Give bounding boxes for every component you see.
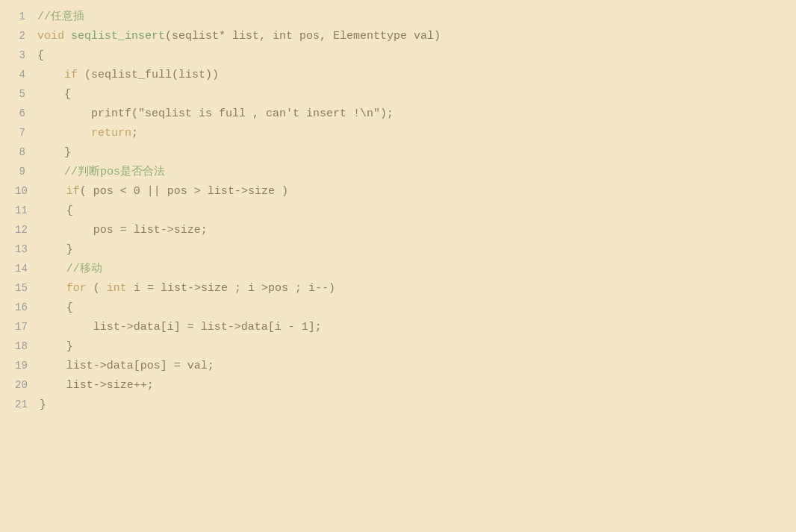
plain-token xyxy=(40,185,66,198)
plain-token: list->data[i] = list->data[i - 1]; xyxy=(40,321,322,334)
code-line: 3{ xyxy=(0,46,796,66)
line-content: //判断pos是否合法 xyxy=(37,163,796,182)
line-number: 7 xyxy=(0,124,37,142)
line-number: 11 xyxy=(0,201,40,219)
line-content: } xyxy=(40,337,796,357)
line-content: for ( int i = list->size ; i >pos ; i--) xyxy=(40,279,796,298)
code-line: 4 if (seqlist_full(list)) xyxy=(0,66,796,85)
code-line: 8 } xyxy=(0,143,796,163)
code-line: 1//任意插 xyxy=(0,7,796,27)
code-line: 17 list->data[i] = list->data[i - 1]; xyxy=(0,318,796,337)
code-line: 16 { xyxy=(0,298,796,318)
line-number: 8 xyxy=(0,143,37,161)
line-content: { xyxy=(40,298,796,318)
comment-token: //移动 xyxy=(66,263,102,275)
line-content: } xyxy=(40,240,796,260)
line-number: 13 xyxy=(0,240,40,258)
plain-token: (seqlist* list, int pos, Elementtype val… xyxy=(165,30,441,43)
code-line: 10 if( pos < 0 || pos > list->size ) xyxy=(0,182,796,201)
plain-token: ( xyxy=(87,282,107,295)
line-number: 21 xyxy=(0,395,40,413)
plain-token: } xyxy=(37,146,71,159)
line-number: 2 xyxy=(0,27,37,45)
code-line: 18 } xyxy=(0,337,796,357)
code-line: 15 for ( int i = list->size ; i >pos ; i… xyxy=(0,279,796,298)
plain-token: pos = list->size; xyxy=(40,224,208,237)
line-number: 16 xyxy=(0,298,40,316)
code-line: 21} xyxy=(0,395,796,415)
code-line: 14 //移动 xyxy=(0,260,796,279)
plain-token: } xyxy=(40,243,73,256)
line-number: 20 xyxy=(0,376,40,394)
line-content: if (seqlist_full(list)) xyxy=(37,66,796,85)
plain-token xyxy=(37,127,91,140)
keyword-token: return xyxy=(91,127,131,140)
code-line: 6 printf("seqlist is full , can't insert… xyxy=(0,104,796,124)
line-number: 17 xyxy=(0,318,40,336)
line-content: printf("seqlist is full , can't insert !… xyxy=(37,104,796,124)
line-number: 9 xyxy=(0,163,37,181)
code-line: 13 } xyxy=(0,240,796,260)
line-content: list->data[pos] = val; xyxy=(40,357,796,376)
plain-token xyxy=(37,166,64,178)
plain-token: { xyxy=(37,49,44,62)
plain-token: list->data[pos] = val; xyxy=(40,360,214,372)
line-number: 4 xyxy=(0,66,37,84)
plain-token: { xyxy=(40,301,73,314)
line-content: //任意插 xyxy=(37,7,796,27)
code-line: 12 pos = list->size; xyxy=(0,221,796,240)
line-number: 12 xyxy=(0,221,40,239)
line-content: { xyxy=(37,85,796,104)
code-viewer: 1//任意插2void seqlist_insert(seqlist* list… xyxy=(0,0,796,532)
plain-token: { xyxy=(40,204,73,217)
line-content: list->size++; xyxy=(40,376,796,395)
line-content: //移动 xyxy=(40,260,796,279)
code-line: 7 return; xyxy=(0,124,796,143)
plain-token: ; xyxy=(131,127,138,140)
code-line: 19 list->data[pos] = val; xyxy=(0,357,796,376)
code-line: 20 list->size++; xyxy=(0,376,796,395)
line-content: return; xyxy=(37,124,796,143)
plain-token: } xyxy=(40,340,73,353)
line-content: void seqlist_insert(seqlist* list, int p… xyxy=(37,27,796,46)
line-content: { xyxy=(37,46,796,66)
code-line: 2void seqlist_insert(seqlist* list, int … xyxy=(0,27,796,46)
plain-token: { xyxy=(37,88,71,101)
line-number: 19 xyxy=(0,357,40,375)
line-content: list->data[i] = list->data[i - 1]; xyxy=(40,318,796,337)
plain-token: printf("seqlist is full , can't insert !… xyxy=(37,107,394,120)
line-number: 3 xyxy=(0,46,37,64)
plain-token xyxy=(40,263,66,275)
line-number: 10 xyxy=(0,182,40,200)
line-content: pos = list->size; xyxy=(40,221,796,240)
plain-token: ( pos < 0 || pos > list->size ) xyxy=(80,185,288,198)
keyword-token: for xyxy=(66,282,87,295)
comment-token: //任意插 xyxy=(37,10,84,23)
code-line: 9 //判断pos是否合法 xyxy=(0,163,796,182)
line-content: if( pos < 0 || pos > list->size ) xyxy=(40,182,796,201)
keyword-token: void xyxy=(37,30,71,43)
code-line: 11 { xyxy=(0,201,796,221)
keyword-token: if xyxy=(64,69,84,81)
code-lines: 1//任意插2void seqlist_insert(seqlist* list… xyxy=(0,7,796,415)
plain-token: i = list->size ; i >pos ; i--) xyxy=(127,282,335,295)
line-content: } xyxy=(40,395,796,415)
line-number: 5 xyxy=(0,85,37,103)
line-content: { xyxy=(40,201,796,221)
line-number: 14 xyxy=(0,260,40,278)
line-number: 18 xyxy=(0,337,40,355)
line-number: 1 xyxy=(0,7,37,25)
keyword-token: if xyxy=(66,185,80,198)
plain-token: (seqlist_full(list)) xyxy=(84,69,219,81)
line-number: 6 xyxy=(0,104,37,122)
func-token: seqlist_insert xyxy=(71,30,165,43)
plain-token xyxy=(37,69,64,81)
code-line: 5 { xyxy=(0,85,796,104)
keyword-token: int xyxy=(107,282,127,295)
line-content: } xyxy=(37,143,796,163)
plain-token: } xyxy=(40,398,46,411)
comment-token: //判断pos是否合法 xyxy=(64,166,165,178)
line-number: 15 xyxy=(0,279,40,297)
plain-token: list->size++; xyxy=(40,379,154,392)
plain-token xyxy=(40,282,66,295)
